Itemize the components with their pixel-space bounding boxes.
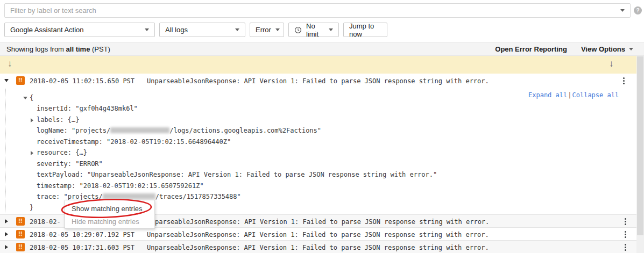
log-entry-collapsed[interactable]: !! 2018-02-05 10:29:07.192 PST Unparseab… <box>0 227 636 240</box>
severity-dropdown[interactable]: Error <box>250 23 284 37</box>
menu-item-show-matching-entries[interactable]: Show matching entries <box>65 203 154 215</box>
error-severity-icon: !! <box>16 243 25 251</box>
expand-entry-icon[interactable] <box>5 219 8 223</box>
context-menu: Show matching entries Hide matching entr… <box>65 200 155 229</box>
scrollbar-thumb[interactable] <box>637 56 643 235</box>
chevron-down-icon[interactable] <box>620 9 625 12</box>
jump-to-now-button[interactable]: Jump to now <box>343 23 387 37</box>
log-timestamp-partial: 2018-02- <box>30 218 61 226</box>
log-entry-collapsed[interactable]: !! 2018-02-05 10:17:31.603 PST Unparseab… <box>0 240 636 253</box>
redacted-project-id <box>103 193 155 199</box>
expand-entry-icon[interactable] <box>5 245 8 249</box>
help-icon[interactable]: ? <box>634 6 642 15</box>
log-timestamp: 2018-02-05 11:02:15.650 PST <box>30 77 135 85</box>
error-severity-icon: !! <box>16 230 25 238</box>
expansion-guide-line <box>5 89 6 213</box>
clock-icon <box>294 26 302 34</box>
showing-logs-text: Showing logs from all time (PST) <box>6 45 110 53</box>
collapse-json-icon[interactable] <box>23 97 27 99</box>
log-timestamp: 2018-02-05 10:17:31.603 PST <box>30 244 135 251</box>
collapse-entry-icon[interactable] <box>4 79 9 82</box>
severity-dropdown-label: Error <box>256 26 271 34</box>
expand-collapse-links: Expand all|Collapse all <box>528 91 619 99</box>
chevron-down-icon <box>329 28 333 31</box>
entry-overflow-menu-icon[interactable] <box>621 244 629 251</box>
expand-entry-icon[interactable] <box>5 232 8 236</box>
entry-overflow-menu-icon[interactable] <box>621 231 629 238</box>
log-message: UnparseableJsonResponse: API Version 1: … <box>147 244 489 251</box>
log-entry-expanded[interactable]: !! 2018-02-05 11:02:15.650 PST Unparseab… <box>0 75 636 86</box>
entry-overflow-menu-icon[interactable] <box>621 218 629 225</box>
redacted-project-id <box>110 127 169 133</box>
jump-to-now-label: Jump to now <box>349 22 381 38</box>
open-error-reporting-link[interactable]: Open Error Reporting <box>495 45 567 53</box>
json-receive-timestamp: receiveTimestamp: "2018-02-05T19:02:15.6… <box>37 138 231 149</box>
expand-resource-icon[interactable] <box>31 151 33 155</box>
chevron-down-icon <box>235 28 239 31</box>
menu-item-hide-matching-entries[interactable]: Hide matching entries <box>65 215 154 228</box>
log-message: UnparseableJsonResponse: API Version 1: … <box>147 77 489 85</box>
json-timestamp: timestamp: "2018-02-05T19:02:15.65075926… <box>37 182 204 193</box>
resource-dropdown-label: Google Assistant Action <box>10 26 140 34</box>
jump-to-bottom-bar[interactable]: ↓ ↓ <box>0 56 636 74</box>
vertical-scrollbar[interactable] <box>636 56 644 253</box>
entry-overflow-menu-icon[interactable] <box>620 77 627 84</box>
json-insert-id: insertId: "gxf0h4g438mk6l" <box>37 105 138 115</box>
json-text-payload: textPayload: "UnparseableJsonResponse: A… <box>37 171 437 182</box>
json-labels[interactable]: labels: {…} <box>37 116 79 127</box>
view-options-dropdown[interactable]: View Options <box>581 45 633 53</box>
json-close-brace: } <box>30 204 33 214</box>
chevron-down-icon <box>275 28 280 31</box>
filter-placeholder: Filter by label or text search <box>10 6 620 15</box>
json-resource[interactable]: resource: {…} <box>37 149 87 160</box>
collapse-all-link[interactable]: Collapse all <box>572 91 619 99</box>
time-range-value: all time <box>66 45 90 53</box>
log-timestamp: 2018-02-05 10:29:07.192 PST <box>30 231 135 238</box>
status-bar: Showing logs from all time (PST) Open Er… <box>0 42 644 56</box>
log-type-dropdown[interactable]: All logs <box>159 23 245 37</box>
logs-viewer: Filter by label or text search ? Google … <box>0 0 644 253</box>
json-log-name: logName: "projects//logs/actions.googlea… <box>37 127 321 138</box>
log-message-partial: parseableJsonResponse: API Version 1: Fa… <box>155 218 489 226</box>
chevron-down-icon <box>629 48 633 50</box>
view-options-label: View Options <box>581 45 625 53</box>
resource-dropdown[interactable]: Google Assistant Action <box>4 23 155 37</box>
time-limit-dropdown-label: No limit <box>306 22 324 38</box>
time-limit-dropdown[interactable]: No limit <box>288 23 339 37</box>
json-open-brace[interactable]: { <box>30 94 33 105</box>
chevron-down-icon <box>145 28 149 31</box>
filter-search-input[interactable]: Filter by label or text search <box>4 3 631 18</box>
expand-all-link[interactable]: Expand all <box>528 91 567 99</box>
expand-labels-icon[interactable] <box>31 118 33 122</box>
jump-to-bottom-icon[interactable]: ↓ <box>8 59 12 69</box>
error-severity-icon: !! <box>16 217 25 226</box>
log-message: UnparseableJsonResponse: API Version 1: … <box>147 231 489 238</box>
json-severity: severity: "ERROR" <box>37 160 103 171</box>
log-entries-panel: !! 2018-02-05 11:02:15.650 PST Unparseab… <box>0 74 636 253</box>
jump-to-bottom-icon[interactable]: ↓ <box>609 59 614 69</box>
log-type-dropdown-label: All logs <box>165 26 231 34</box>
error-severity-icon: !! <box>16 76 25 85</box>
